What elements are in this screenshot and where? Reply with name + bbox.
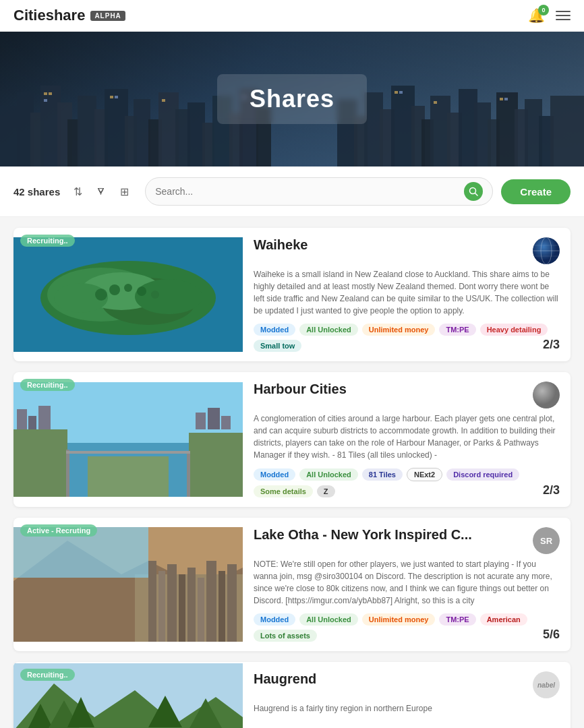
sort-button[interactable]: ⇅ [71, 183, 85, 201]
card-avatar-lakeotha: SR [533, 527, 560, 554]
grid-view-button[interactable]: ⊞ [117, 183, 132, 201]
card-title-lakeotha: Lake Otha - New York Inspired C... [254, 527, 472, 543]
tag-unlimited-money: Unlimited money [362, 613, 436, 626]
card-avatar-harbour [533, 382, 560, 408]
card-image-harbour: Recruiting.. [13, 372, 243, 507]
svg-rect-81 [38, 406, 51, 429]
svg-line-50 [475, 193, 478, 196]
card-lakeotha[interactable]: Active - Recruting Lake Otha - New York … [13, 518, 571, 651]
tag-all-unlocked: All Unlocked [299, 613, 358, 626]
card-waiheke[interactable]: Recruiting.. Waiheke Waiheke is a small … [13, 228, 571, 361]
search-wrapper [145, 177, 493, 206]
svg-point-58 [135, 279, 202, 314]
status-badge-waiheke: Recruiting.. [20, 235, 75, 247]
card-harbour[interactable]: Recruiting.. Harbour Cities A conglomera… [13, 372, 571, 507]
card-body-harbour: Harbour Cities A conglomeration of citie… [243, 372, 571, 507]
tag-tm:pe: TM:PE [439, 324, 475, 336]
tag-next2: NExt2 [407, 468, 442, 481]
card-header-lakeotha: Lake Otha - New York Inspired C... SR [254, 527, 560, 554]
svg-rect-82 [196, 413, 206, 429]
svg-rect-77 [187, 453, 190, 497]
svg-rect-48 [504, 98, 508, 100]
svg-rect-74 [189, 433, 243, 497]
tag-81-tiles: 81 Tiles [362, 468, 403, 481]
menu-button[interactable] [556, 11, 571, 20]
svg-rect-79 [17, 409, 27, 429]
card-tags-lakeotha: ModdedAll UnlockedUnlimited moneyTM:PEAm… [254, 613, 560, 642]
svg-rect-42 [162, 99, 165, 102]
card-description-waiheke: Waiheke is a small island in New Zealand… [254, 268, 560, 317]
svg-point-63 [151, 291, 159, 299]
search-button[interactable] [464, 182, 483, 201]
header-right: 🔔 0 [528, 7, 571, 24]
status-badge-lakeotha: Active - Recruting [20, 524, 97, 537]
svg-rect-94 [167, 564, 177, 642]
card-avatar-haugrend: nabel [533, 671, 560, 698]
svg-rect-97 [198, 578, 204, 642]
notification-button[interactable]: 🔔 0 [528, 7, 545, 24]
tag-lots-of-assets: Lots of assets [254, 630, 317, 642]
tag-modded: Modded [254, 324, 295, 336]
svg-rect-84 [221, 416, 231, 429]
svg-rect-38 [49, 92, 52, 95]
svg-rect-37 [44, 92, 47, 95]
svg-rect-45 [399, 91, 403, 94]
card-ratio-lakeotha: 5/6 [543, 628, 560, 642]
card-body-haugrend: Haugrend nabel Haugrend is a fairly tiny… [243, 662, 571, 728]
tag-discord-required: Discord required [446, 468, 519, 481]
card-image-haugrend: Recruiting.. [13, 662, 243, 728]
toolbar: 42 shares ⇅ ⛛ ⊞ Create [0, 166, 584, 217]
search-input[interactable] [155, 186, 459, 197]
svg-rect-92 [148, 561, 156, 642]
svg-rect-73 [13, 429, 67, 497]
svg-point-86 [533, 382, 560, 408]
svg-rect-95 [179, 574, 185, 642]
tag-some-details: Some details [254, 485, 313, 497]
alpha-badge: ALPHA [90, 11, 125, 21]
card-avatar-waiheke [533, 237, 560, 264]
card-tags-waiheke: ModdedAll UnlockedUnlimited moneyTM:PEHe… [254, 324, 560, 352]
svg-rect-8 [105, 89, 128, 166]
svg-rect-75 [88, 456, 169, 497]
svg-rect-24 [391, 86, 415, 166]
cards-list: Recruiting.. Waiheke Waiheke is a small … [0, 217, 584, 728]
tag-heavy-detailing: Heavy detailing [480, 324, 548, 336]
svg-rect-100 [227, 564, 237, 642]
card-body-lakeotha: Lake Otha - New York Inspired C... SR NO… [243, 518, 571, 651]
tag-all-unlocked: All Unlocked [299, 468, 358, 481]
tag-all-unlocked: All Unlocked [299, 324, 358, 336]
status-badge-harbour: Recruiting.. [20, 379, 75, 391]
svg-rect-47 [500, 98, 503, 100]
svg-rect-78 [66, 451, 190, 454]
svg-rect-40 [110, 96, 113, 98]
card-header-waiheke: Waiheke [254, 237, 560, 264]
card-header-haugrend: Haugrend nabel [254, 671, 560, 698]
svg-point-61 [137, 286, 146, 296]
tag-small-tow: Small tow [254, 340, 301, 352]
card-ratio-waiheke: 2/3 [543, 338, 560, 352]
svg-rect-36 [550, 96, 584, 166]
filter-button[interactable]: ⛛ [93, 183, 109, 200]
hero-title-box: Shares [217, 74, 367, 124]
svg-rect-83 [208, 408, 220, 429]
tag-modded: Modded [254, 468, 295, 481]
card-image-waiheke: Recruiting.. [13, 228, 243, 361]
search-icon [469, 187, 478, 196]
shares-count: 42 shares [13, 186, 60, 198]
svg-rect-41 [115, 96, 118, 98]
card-ratio-harbour: 2/3 [543, 483, 560, 497]
card-title-harbour: Harbour Cities [254, 382, 347, 397]
header-left: Citieshare ALPHA [13, 7, 125, 24]
menu-line-1 [556, 11, 571, 12]
card-description-harbour: A conglomeration of cities around a larg… [254, 413, 560, 461]
card-haugrend[interactable]: Recruiting.. Haugrend nabel Haugrend is … [13, 662, 571, 728]
hero-title: Shares [250, 85, 334, 113]
tag-z: Z [317, 485, 335, 497]
menu-line-2 [556, 15, 571, 16]
svg-rect-6 [78, 96, 96, 166]
card-description-haugrend: Haugrend is a fairly tiny region in nort… [254, 702, 560, 728]
create-button[interactable]: Create [501, 179, 571, 204]
logo: Citieshare [13, 7, 85, 24]
tag-american: American [480, 613, 527, 626]
svg-rect-46 [434, 101, 437, 104]
